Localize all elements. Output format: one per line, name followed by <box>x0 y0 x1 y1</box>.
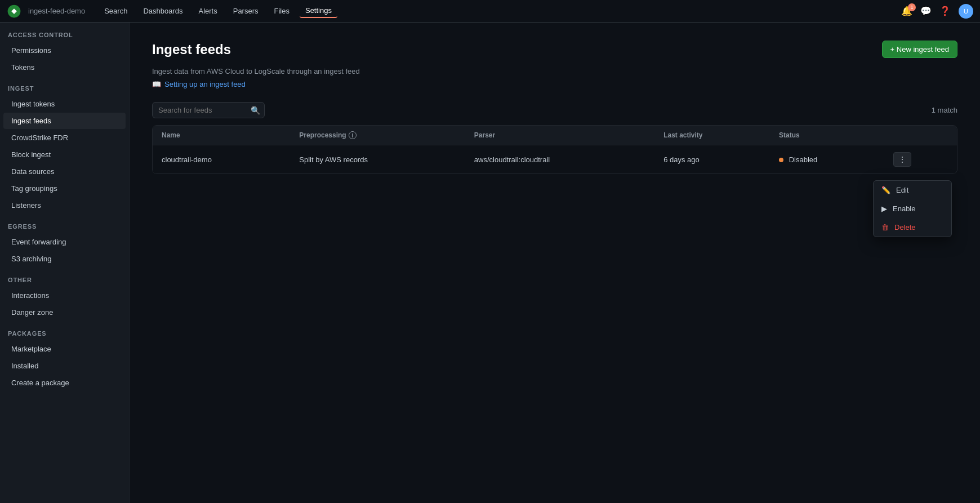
search-input[interactable] <box>152 102 265 118</box>
col-last-activity: Last activity <box>654 126 770 145</box>
cell-actions: ⋮ <box>884 145 957 173</box>
sidebar-item-event-forwarding[interactable]: Event forwarding <box>3 234 126 250</box>
status-dot-disabled <box>779 158 783 162</box>
nav-parsers[interactable]: Parsers <box>228 5 264 17</box>
trash-icon: 🗑 <box>881 223 889 232</box>
dropdown-delete[interactable]: 🗑 Delete <box>874 218 951 237</box>
sidebar-item-crowdstrike-fdr[interactable]: CrowdStrike FDR <box>3 130 126 146</box>
sidebar-item-ingest-feeds[interactable]: Ingest feeds <box>3 113 126 129</box>
sidebar-section-other: Other Interactions Danger zone <box>0 268 129 321</box>
app-name: ingest-feed-demo <box>28 7 85 15</box>
dropdown-enable-label: Enable <box>893 204 915 213</box>
sidebar-section-egress: Egress Event forwarding S3 archiving <box>0 214 129 267</box>
cell-status: Disabled <box>770 145 884 173</box>
col-actions <box>884 126 957 145</box>
nav-dashboards[interactable]: Dashboards <box>137 5 188 17</box>
cell-last-activity: 6 days ago <box>654 145 770 173</box>
sidebar-item-s3-archiving[interactable]: S3 archiving <box>3 251 126 267</box>
edit-icon: ✏️ <box>881 186 890 194</box>
sidebar-item-permissions[interactable]: Permissions <box>3 42 126 59</box>
help-icon[interactable]: ❓ <box>939 6 951 16</box>
sidebar-section-access-control: Access control Permissions Tokens <box>0 23 129 75</box>
main-content: Ingest feeds + New ingest feed Ingest da… <box>130 23 980 503</box>
sidebar-header-other: Other <box>0 268 129 287</box>
match-count: 1 match <box>932 106 957 114</box>
sidebar-item-listeners[interactable]: Listeners <box>3 197 126 213</box>
cell-name: cloudtrail-demo <box>153 145 290 173</box>
nav-files[interactable]: Files <box>269 5 295 17</box>
new-ingest-feed-button[interactable]: + New ingest feed <box>882 41 957 58</box>
play-icon: ▶ <box>881 204 887 213</box>
dropdown-edit-label: Edit <box>896 186 908 194</box>
sidebar-item-data-sources[interactable]: Data sources <box>3 163 126 180</box>
status-label: Disabled <box>789 155 818 164</box>
page-title: Ingest feeds <box>152 42 231 57</box>
messages-icon[interactable]: 💬 <box>920 6 932 16</box>
notifications-icon[interactable]: 🔔 1 <box>901 6 912 16</box>
cell-parser: aws/cloudtrail:cloudtrail <box>465 145 654 173</box>
ingest-description: Ingest data from AWS Cloud to LogScale t… <box>152 67 957 75</box>
dropdown-edit[interactable]: ✏️ Edit <box>874 181 951 199</box>
col-parser: Parser <box>465 126 654 145</box>
dropdown-enable[interactable]: ▶ Enable <box>874 199 951 218</box>
setting-link[interactable]: 📖 Setting up an ingest feed <box>152 80 957 88</box>
search-row: 🔍 1 match <box>152 102 957 118</box>
sidebar-item-tag-groupings[interactable]: Tag groupings <box>3 180 126 197</box>
page-header: Ingest feeds + New ingest feed <box>152 41 957 58</box>
sidebar-section-packages: Packages Marketplace Installed Create a … <box>0 321 129 391</box>
topnav: ingest-feed-demo Search Dashboards Alert… <box>0 0 980 23</box>
feeds-table: Name Preprocessing i Parser Last activit… <box>152 125 957 174</box>
dropdown-menu: ✏️ Edit ▶ Enable 🗑 Delete <box>873 180 952 237</box>
sidebar-header-packages: Packages <box>0 321 129 340</box>
sidebar-item-marketplace[interactable]: Marketplace <box>3 341 126 357</box>
avatar[interactable]: U <box>959 4 973 19</box>
sidebar-item-create-package[interactable]: Create a package <box>3 375 126 391</box>
col-name: Name <box>153 126 290 145</box>
sidebar-header-access-control: Access control <box>0 23 129 42</box>
sidebar-header-egress: Egress <box>0 214 129 233</box>
sidebar-section-ingest: Ingest Ingest tokens Ingest feeds CrowdS… <box>0 76 129 213</box>
cell-preprocessing: Split by AWS records <box>290 145 465 173</box>
table-row: cloudtrail-demo Split by AWS records aws… <box>153 145 957 173</box>
sidebar: Access control Permissions Tokens Ingest… <box>0 23 130 503</box>
sidebar-item-tokens[interactable]: Tokens <box>3 59 126 75</box>
dropdown-delete-label: Delete <box>894 223 916 232</box>
book-icon: 📖 <box>152 80 161 88</box>
search-wrap: 🔍 <box>152 102 265 118</box>
sidebar-item-block-ingest[interactable]: Block ingest <box>3 146 126 163</box>
sidebar-item-ingest-tokens[interactable]: Ingest tokens <box>3 96 126 112</box>
nav-settings[interactable]: Settings <box>300 4 337 18</box>
sidebar-header-ingest: Ingest <box>0 76 129 95</box>
table-header-row: Name Preprocessing i Parser Last activit… <box>153 126 957 145</box>
setting-link-text: Setting up an ingest feed <box>164 80 246 88</box>
sidebar-item-installed[interactable]: Installed <box>3 358 126 374</box>
nav-search[interactable]: Search <box>99 5 133 17</box>
app-logo <box>7 4 21 19</box>
search-icon[interactable]: 🔍 <box>251 106 260 115</box>
nav-alerts[interactable]: Alerts <box>193 5 222 17</box>
row-action-button[interactable]: ⋮ <box>893 152 911 167</box>
col-preprocessing: Preprocessing i <box>290 126 465 145</box>
sidebar-item-danger-zone[interactable]: Danger zone <box>3 304 126 321</box>
col-status: Status <box>770 126 884 145</box>
notification-badge: 1 <box>908 3 916 11</box>
preprocessing-info-icon[interactable]: i <box>349 131 357 139</box>
sidebar-item-interactions[interactable]: Interactions <box>3 287 126 304</box>
topnav-icons: 🔔 1 💬 ❓ U <box>901 4 973 19</box>
